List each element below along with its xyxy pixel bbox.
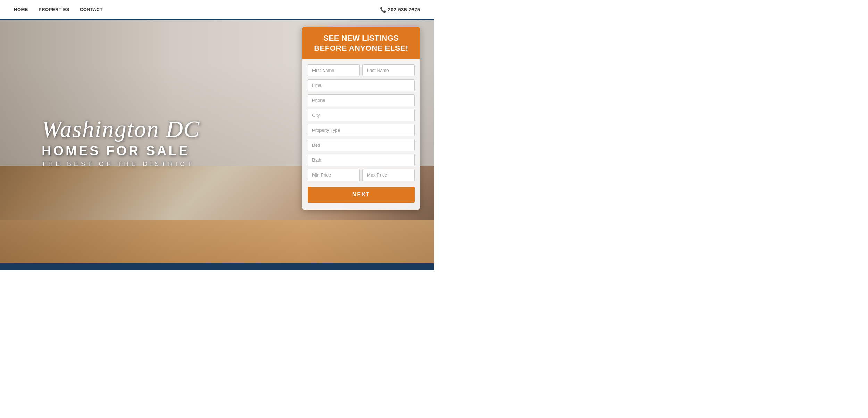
last-name-input[interactable] (362, 64, 415, 76)
nav-links: HOME PROPERTIES CONTACT (14, 7, 103, 12)
price-row (308, 169, 415, 181)
hero-title-script: Washington DC (42, 116, 200, 142)
hero-section: Washington DC HOMES FOR SALE THE BEST OF… (0, 20, 434, 263)
phone-input[interactable] (308, 94, 415, 106)
hero-subtitle-sub: THE BEST OF THE DISTRICT (42, 160, 200, 167)
first-name-input[interactable] (308, 64, 360, 76)
navbar: HOME PROPERTIES CONTACT 📞202-536-7675 (0, 0, 434, 20)
hero-text: Washington DC HOMES FOR SALE THE BEST OF… (42, 116, 200, 168)
bath-input[interactable] (308, 154, 415, 166)
nav-properties[interactable]: PROPERTIES (39, 7, 69, 12)
next-button[interactable]: NEXT (308, 187, 415, 203)
property-type-input[interactable] (308, 124, 415, 136)
bed-input[interactable] (308, 139, 415, 151)
hero-subtitle-main: HOMES FOR SALE (42, 143, 200, 158)
phone-icon: 📞 (380, 7, 386, 13)
bottom-bar (0, 263, 434, 270)
listing-form-panel: SEE NEW LISTINGS BEFORE ANYONE ELSE! (302, 27, 420, 210)
form-header: SEE NEW LISTINGS BEFORE ANYONE ELSE! (302, 27, 420, 59)
email-input[interactable] (308, 79, 415, 91)
city-input[interactable] (308, 109, 415, 121)
min-price-input[interactable] (308, 169, 360, 181)
nav-phone: 📞202-536-7675 (380, 7, 420, 13)
nav-contact[interactable]: CONTACT (80, 7, 103, 12)
nav-home[interactable]: HOME (14, 7, 28, 12)
name-row (308, 64, 415, 76)
form-body (302, 59, 420, 184)
max-price-input[interactable] (362, 169, 415, 181)
